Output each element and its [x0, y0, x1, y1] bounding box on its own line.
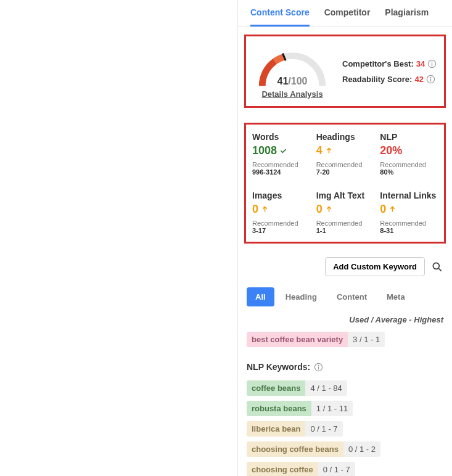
right-pane: Content ScoreCompetitorPlagiarism 41/100… [237, 0, 452, 476]
svg-rect-11 [318, 366, 319, 369]
metric-rec-label: Recommended [252, 220, 310, 227]
metrics-panel: Words1008 Recommended996-3124Headings4 R… [244, 123, 446, 244]
metric-rec-value: 1-1 [316, 227, 374, 234]
metric-rec-label: Recommended [316, 161, 374, 168]
info-icon[interactable] [314, 363, 323, 372]
metric-words: Words1008 Recommended996-3124 [252, 132, 310, 176]
filter-meta[interactable]: Meta [378, 287, 414, 306]
top-keywords: best coffee bean variety3 / 1 - 1 [238, 328, 452, 351]
score-panel: 41/100 Details Analysis Competitor's Bes… [244, 35, 446, 108]
keyword-stat: 0 / 1 - 7 [318, 462, 355, 476]
keyword-label: robusta beans [247, 401, 311, 416]
svg-rect-6 [430, 78, 431, 81]
metric-rec-value: 7-20 [316, 168, 374, 176]
metric-title: Internal Links [380, 191, 438, 200]
metric-rec-value: 8-31 [380, 227, 438, 234]
arrow-up-icon [388, 205, 397, 213]
competitor-best-value: 34 [416, 59, 425, 68]
metric-images: Images0 Recommended3-17 [252, 191, 310, 234]
svg-point-2 [432, 61, 433, 62]
toolbar: Add Custom Keyword [238, 251, 452, 282]
score-text: 41/100 [277, 76, 308, 87]
metric-title: Headings [316, 132, 374, 142]
metric-rec-label: Recommended [316, 220, 374, 227]
keyword-label: coffee beans [247, 380, 305, 396]
nlp-keywords: coffee beans4 / 1 - 84robusta beans1 / 1… [238, 377, 452, 476]
metric-title: Images [252, 191, 310, 200]
metric-nlp: NLP20% Recommended80% [380, 132, 438, 176]
keyword-chip[interactable]: robusta beans1 / 1 - 11 [247, 401, 353, 416]
tabs: Content ScoreCompetitorPlagiarism [238, 0, 452, 27]
metric-rec-value: 3-17 [252, 227, 310, 234]
keyword-chip[interactable]: best coffee bean variety3 / 1 - 1 [247, 332, 385, 347]
readability-row: Readability Score: 42 [342, 75, 437, 84]
metric-headings: Headings4 Recommended7-20 [316, 132, 374, 176]
metric-rec-label: Recommended [380, 220, 438, 227]
filter-heading[interactable]: Heading [277, 287, 326, 306]
metric-title: NLP [380, 132, 438, 142]
svg-rect-3 [432, 63, 432, 66]
keyword-chip[interactable]: coffee beans4 / 1 - 84 [247, 380, 347, 396]
keyword-stat: 0 / 1 - 2 [343, 441, 380, 457]
left-pane [0, 0, 237, 476]
score-info: Competitor's Best: 34 Readability Score:… [342, 59, 437, 84]
metric-value: 0 [380, 203, 438, 216]
metric-title: Words [252, 132, 310, 142]
gauge: 41/100 Details Analysis [252, 44, 332, 99]
details-analysis-link[interactable]: Details Analysis [261, 89, 323, 99]
nlp-section-title: NLP Keywords: [238, 351, 452, 377]
keyword-stat: 3 / 1 - 1 [348, 332, 385, 347]
competitor-best-row: Competitor's Best: 34 [342, 59, 437, 68]
tab-plagiarism[interactable]: Plagiarism [385, 7, 429, 27]
metric-rec-value: 80% [380, 168, 438, 176]
svg-line-8 [439, 268, 442, 271]
metric-value: 0 [316, 203, 374, 216]
metric-value: 4 [316, 144, 374, 157]
metric-value: 20% [380, 144, 438, 157]
check-icon [279, 147, 287, 155]
svg-point-5 [430, 76, 431, 78]
score-max: /100 [288, 76, 307, 86]
tab-content-score[interactable]: Content Score [250, 7, 310, 27]
metric-internal-links: Internal Links0 Recommended8-31 [380, 191, 438, 234]
keyword-label: choosing coffee beans [247, 441, 343, 457]
competitor-best-label: Competitor's Best: [342, 59, 414, 68]
filter-content[interactable]: Content [328, 287, 376, 306]
keyword-chip[interactable]: choosing coffee0 / 1 - 7 [247, 462, 355, 476]
metric-rec-label: Recommended [380, 161, 438, 168]
keyword-label: liberica bean [247, 421, 305, 437]
filters: AllHeadingContentMeta [238, 282, 452, 311]
nlp-section-label: NLP Keywords: [247, 362, 310, 372]
keyword-stat: 0 / 1 - 7 [305, 421, 342, 437]
metric-rec-value: 996-3124 [252, 168, 310, 176]
svg-point-10 [318, 364, 319, 366]
keyword-stat: 1 / 1 - 11 [311, 401, 353, 416]
readability-label: Readability Score: [342, 75, 412, 84]
score-value: 41 [277, 76, 289, 86]
keyword-chip[interactable]: liberica bean0 / 1 - 7 [247, 421, 343, 437]
arrow-up-icon [261, 205, 269, 213]
readability-value: 42 [414, 75, 423, 84]
metric-value: 1008 [252, 144, 310, 157]
svg-point-7 [433, 263, 439, 269]
metric-title: Img Alt Text [316, 191, 374, 200]
arrow-up-icon [325, 147, 333, 155]
search-icon[interactable] [431, 261, 443, 273]
tab-competitor[interactable]: Competitor [324, 7, 371, 27]
metric-rec-label: Recommended [252, 161, 310, 168]
metric-img-alt-text: Img Alt Text0 Recommended1-1 [316, 191, 374, 234]
info-icon[interactable] [426, 75, 435, 84]
metric-value: 0 [252, 203, 310, 216]
keyword-chip[interactable]: choosing coffee beans0 / 1 - 2 [247, 441, 380, 457]
add-custom-keyword-button[interactable]: Add Custom Keyword [325, 257, 425, 276]
keyword-stat: 4 / 1 - 84 [305, 380, 347, 396]
keyword-label: choosing coffee [247, 462, 318, 476]
keyword-label: best coffee bean variety [247, 332, 348, 347]
filter-all[interactable]: All [247, 287, 274, 306]
legend: Used / Average - Highest [238, 311, 452, 328]
arrow-up-icon [325, 205, 333, 213]
info-icon[interactable] [427, 59, 437, 68]
